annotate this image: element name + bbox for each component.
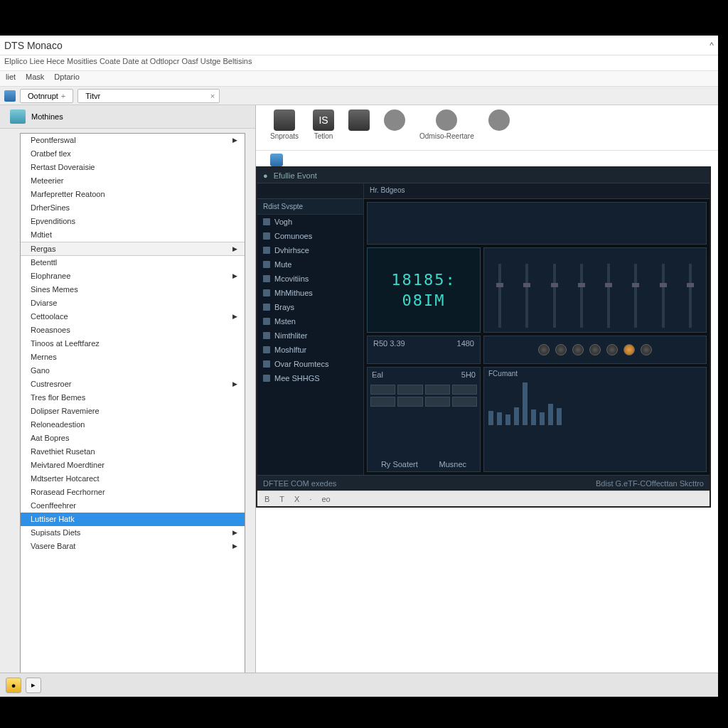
toolbar-button[interactable]: Snproats [270,109,299,140]
slider[interactable] [689,264,692,328]
tree-item[interactable]: Sines Memes [21,283,245,296]
knob[interactable] [589,344,601,355]
sidebar-header[interactable]: Mothines [0,105,255,129]
knob[interactable] [623,344,635,355]
toolbar-button[interactable] [384,109,405,131]
toolbar-button[interactable]: Odmiso-Reertare [419,109,474,140]
tree-item[interactable]: Tinoos at Leeftfarez [21,337,245,350]
knob[interactable] [538,344,550,355]
slider[interactable] [580,264,583,328]
plus-icon[interactable]: + [61,92,65,100]
knob[interactable] [641,344,652,355]
screen-side-item[interactable]: Mee SHHGS [257,371,363,385]
tree-item[interactable]: Vasere Barat▶ [21,540,245,553]
window-caret-icon[interactable]: ^ [710,41,714,50]
small-button[interactable] [397,397,422,407]
screen-side-item[interactable]: Dvhirhsce [257,243,363,257]
screen-header-row: Hr. Bdgeos [257,183,710,199]
footer-item[interactable]: B [264,495,269,503]
toolbar-button[interactable]: ISTetlon [313,109,334,140]
tree-item[interactable]: Meivtared Moerdtiner [21,459,245,472]
screen-side-item[interactable]: Vogh [257,215,363,229]
tree-item[interactable]: Roeasnoes [21,323,245,337]
screen-side-item[interactable]: Ovar Roumtecs [257,357,363,371]
screen-side-item[interactable]: Mute [257,257,363,272]
submenu-item[interactable]: Dptario [54,73,79,85]
toolbar-icon [436,109,457,131]
tree-item[interactable]: Supisats Diets▶ [21,526,245,540]
slider-panel[interactable] [483,247,707,333]
submenu-item[interactable]: Mask [26,73,44,85]
tree-item[interactable]: Peontferswal▶ [21,134,245,147]
tree-item[interactable]: Rergas▶ [21,242,245,256]
slider[interactable] [634,264,637,328]
tree-item-label: Betenttl [31,258,57,267]
screen-side-item[interactable]: Msten [257,314,363,328]
knob[interactable] [555,344,567,355]
tree-item[interactable]: Elophranee▶ [21,269,245,283]
tree-item[interactable]: Rorasead Fecrhorner [21,486,245,499]
tree-item[interactable]: Luttiser Hatk [21,513,245,526]
toolbar-button[interactable] [488,109,510,131]
tree-item[interactable]: Betenttl [21,256,245,269]
screen-tabbar[interactable]: ● Efullie Evont [257,168,710,183]
submenu-item[interactable]: liet [6,73,16,85]
tree-item[interactable]: Gano [21,364,245,378]
footer-item[interactable]: eo [321,495,330,503]
close-icon[interactable]: × [210,92,215,100]
tree-item[interactable]: Ravethiet Rusetan [21,445,245,459]
tree-item[interactable]: DrherSines [21,201,245,215]
slider[interactable] [498,264,501,328]
small-button[interactable] [452,397,477,407]
tree-item[interactable]: Tres flor Bemes [21,391,245,405]
tree-item[interactable]: Custresroer▶ [21,378,245,391]
footer-item[interactable]: T [279,495,284,503]
footer-item[interactable]: X [294,495,299,503]
small-button[interactable] [370,397,395,407]
mini-app-icon[interactable] [270,154,283,166]
toolbar-icon: IS [313,109,334,131]
tree-item[interactable]: Oratbef tlex [21,147,245,161]
footer-button[interactable]: ● [6,678,21,693]
screen-side-item[interactable]: Nimthliter [257,328,363,343]
slider[interactable] [662,264,665,328]
toolbar-button[interactable] [348,109,370,131]
tab-first[interactable]: Ootnrupt + [20,89,73,103]
screen-side-item[interactable]: MhMithues [257,286,363,300]
tree-view[interactable]: Peontferswal▶Oratbef tlexRertast Doverai… [20,133,245,674]
small-button[interactable] [370,385,395,395]
small-button[interactable] [425,397,450,407]
tree-item[interactable]: Coenffeehrer [21,499,245,513]
tree-item[interactable]: Meteerier [21,174,245,188]
screen-side-item[interactable]: Comunoes [257,229,363,243]
tree-item[interactable]: Marfepretter Reatoon [21,188,245,201]
small-button[interactable] [425,385,450,395]
small-button[interactable] [452,385,477,395]
slider[interactable] [525,264,528,328]
knob-row[interactable] [483,336,707,364]
knob[interactable] [572,344,584,355]
tree-item[interactable]: Mdtiet [21,228,245,242]
tree-item[interactable]: Epvenditions [21,215,245,228]
tree-item[interactable]: Rertast Doveraisie [21,161,245,174]
tree-item[interactable]: Aat Bopres [21,432,245,445]
screen-side-item[interactable]: Moshlftur [257,343,363,357]
slider[interactable] [607,264,610,328]
tab-second[interactable]: Titvr × [77,89,220,103]
small-button[interactable] [397,385,422,395]
tree-item[interactable]: Cettoolace▶ [21,310,245,323]
tree-item[interactable]: Mernes [21,350,245,364]
knob[interactable] [606,344,618,355]
footer-button[interactable]: ▸ [26,678,41,693]
screen-side-item[interactable]: Brays [257,300,363,314]
tree-item[interactable]: Reloneadestion [21,418,245,432]
screen-side-list[interactable]: Rdist Svspte VoghComunoesDvhirhsceMuteMc… [257,199,364,475]
screen-body: Rdist Svspte VoghComunoesDvhirhsceMuteMc… [257,199,710,475]
menubar[interactable]: Elplico Liee Hece Mositlies Coate Date a… [0,55,718,71]
tree-item[interactable]: Mdtserter Hotcarect [21,472,245,486]
tree-item[interactable]: Dviarse [21,296,245,310]
footer-item[interactable]: · [309,495,311,503]
screen-side-item[interactable]: Mcovitiins [257,272,363,286]
tree-item[interactable]: Dolipser Ravemiere [21,405,245,418]
slider[interactable] [553,264,556,328]
